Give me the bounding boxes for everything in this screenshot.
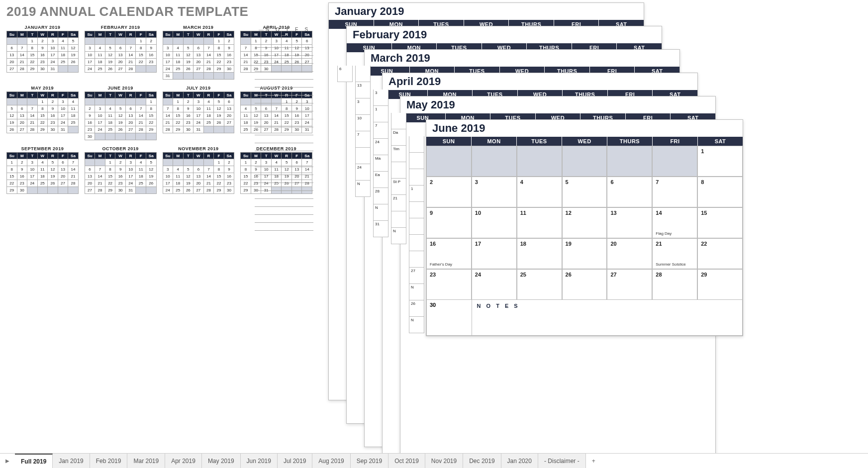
calendar-day-cell[interactable]: 11 [517, 207, 562, 238]
sheet-tab[interactable]: Jan 2020 [501, 454, 538, 468]
note-line[interactable] [255, 80, 313, 88]
note-line[interactable] [255, 95, 313, 103]
note-line[interactable] [255, 88, 313, 95]
note-line[interactable] [255, 151, 313, 159]
sheet-tab[interactable]: Jan 2019 [53, 454, 90, 468]
calendar-day-cell[interactable] [562, 146, 607, 177]
mini-day-header: Sa [224, 31, 234, 38]
mini-day-cell: 4 [241, 105, 251, 112]
calendar-day-cell[interactable] [652, 146, 697, 177]
sheet-tab[interactable]: Jun 2019 [241, 454, 278, 468]
note-line[interactable] [255, 143, 313, 151]
tab-nav-icon[interactable]: ▶ [0, 458, 15, 464]
mini-day-cell: 12 [7, 112, 17, 119]
calendar-day-cell[interactable]: 12 [562, 207, 607, 238]
calendar-day-cell[interactable]: 6 [607, 177, 652, 207]
note-line[interactable] [255, 223, 313, 231]
sheet-tab[interactable]: Sep 2019 [351, 454, 388, 468]
note-line[interactable] [255, 119, 313, 127]
note-line[interactable] [255, 167, 313, 175]
sheet-tab[interactable]: Aug 2019 [312, 454, 350, 468]
note-line[interactable] [255, 103, 313, 111]
calendar-day-cell[interactable]: 7 [652, 177, 697, 207]
calendar-day-cell[interactable]: 18 [517, 238, 562, 269]
peek-cell: 3 [373, 90, 388, 106]
sheet-tab[interactable]: Nov 2019 [425, 454, 463, 468]
calendar-day-cell[interactable]: 23 [426, 269, 472, 300]
calendar-day-cell[interactable]: 29 [697, 269, 743, 300]
calendar-day-cell[interactable]: 4 [517, 177, 562, 207]
calendar-day-cell[interactable]: 26 [562, 269, 607, 300]
note-line[interactable] [255, 159, 313, 167]
calendar-day-cell[interactable]: 24 [472, 269, 517, 300]
note-line[interactable] [255, 215, 313, 223]
calendar-day-cell[interactable] [472, 146, 517, 177]
note-line[interactable] [255, 207, 313, 215]
calendar-day-cell[interactable]: 30 [427, 300, 472, 335]
day-header-cell: THURS [607, 137, 653, 146]
note-line[interactable] [255, 72, 313, 80]
calendar-day-cell[interactable]: 15 [697, 207, 743, 238]
add-sheet-button[interactable]: + [586, 458, 601, 465]
calendar-day-cell[interactable]: 14Flag Day [652, 207, 697, 238]
mini-day-cell: 7 [136, 105, 146, 112]
calendar-day-cell[interactable] [426, 146, 472, 177]
calendar-day-cell[interactable]: 19 [562, 238, 607, 269]
mini-day-cell: 20 [224, 112, 234, 119]
calendar-day-cell[interactable] [517, 146, 562, 177]
calendar-day-cell[interactable]: 25 [517, 269, 562, 300]
mini-day-cell: 23 [224, 180, 234, 187]
note-line[interactable] [255, 135, 313, 143]
mini-day-cell: 12 [68, 45, 79, 52]
mini-day-cell: 26 [115, 126, 126, 133]
mini-day-cell: 13 [193, 52, 204, 59]
calendar-day-cell[interactable]: 16Father's Day [426, 238, 472, 269]
mini-day-cell: 3 [58, 98, 68, 105]
mini-day-cell: 8 [27, 45, 38, 52]
mini-day-cell: 19 [115, 119, 126, 126]
mini-day-cell: 23 [85, 126, 95, 133]
mini-day-cell: 27 [115, 66, 126, 73]
calendar-day-cell[interactable]: 20 [607, 238, 652, 269]
note-line[interactable] [255, 48, 313, 56]
calendar-day-cell[interactable]: 27 [607, 269, 652, 300]
note-line[interactable] [255, 111, 313, 119]
calendar-day-cell[interactable]: 10 [472, 207, 517, 238]
calendar-day-cell[interactable]: 9 [426, 207, 472, 238]
mini-day-cell: 9 [183, 105, 193, 112]
sheet-tab[interactable]: Mar 2019 [127, 454, 165, 468]
sheet-tab[interactable]: Apr 2019 [165, 454, 202, 468]
mini-day-cell: 21 [203, 180, 214, 187]
calendar-day-cell[interactable]: 5 [562, 177, 607, 207]
note-line[interactable] [255, 175, 313, 183]
calendar-day-cell[interactable]: 3 [472, 177, 517, 207]
mini-month-title: MARCH 2019 [163, 25, 235, 30]
note-line[interactable] [255, 56, 313, 64]
note-line[interactable] [255, 127, 313, 135]
sheet-tab[interactable]: Feb 2019 [90, 454, 128, 468]
sheet-tab[interactable]: Oct 2019 [388, 454, 425, 468]
calendar-day-cell[interactable]: 8 [697, 177, 743, 207]
sheet-tab[interactable]: - Disclaimer - [538, 454, 586, 468]
month-notes-label[interactable]: N O T E S [472, 300, 742, 335]
mini-day-header: R [125, 153, 136, 159]
note-line[interactable] [255, 40, 313, 48]
sheet-tab[interactable]: Dec 2019 [463, 454, 501, 468]
calendar-day-cell[interactable] [607, 146, 652, 177]
sheet-tab[interactable]: Full 2019 [15, 454, 53, 468]
note-line[interactable] [255, 64, 313, 72]
calendar-day-cell[interactable]: 22 [697, 238, 743, 269]
calendar-day-cell[interactable]: 1 [697, 146, 743, 177]
calendar-day-cell[interactable]: 17 [472, 238, 517, 269]
mini-day-header: T [183, 92, 193, 98]
note-line[interactable] [255, 191, 313, 199]
calendar-day-cell[interactable]: 28 [652, 269, 697, 300]
sheet-tab[interactable]: May 2019 [202, 454, 241, 468]
calendar-day-cell[interactable]: 2 [426, 177, 472, 207]
calendar-day-cell[interactable]: 13 [607, 207, 652, 238]
calendar-day-cell[interactable]: 21Summer Solstice [652, 238, 697, 269]
sheet-tab[interactable]: Jul 2019 [278, 454, 312, 468]
mini-day-cell: 20 [115, 59, 126, 66]
note-line[interactable] [255, 183, 313, 191]
note-line[interactable] [255, 199, 313, 207]
